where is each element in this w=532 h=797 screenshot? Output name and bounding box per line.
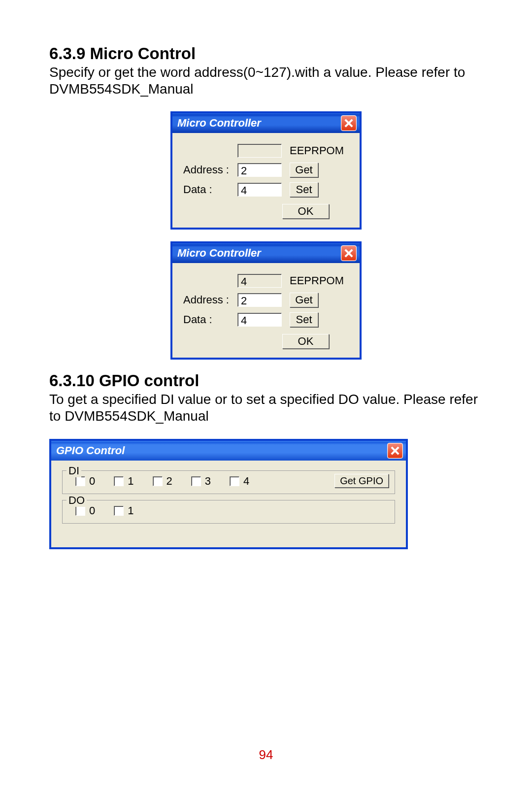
checkbox-icon[interactable] bbox=[114, 506, 124, 516]
do-checkbox-1: 1 bbox=[114, 504, 133, 517]
page-number: 94 bbox=[0, 747, 532, 763]
dialog-body: DI 0 1 2 3 4 Get GPIO DO 0 1 bbox=[51, 461, 406, 547]
di-checkbox-4: 4 bbox=[230, 475, 249, 488]
data-label: Data : bbox=[183, 183, 237, 196]
close-icon bbox=[391, 446, 399, 455]
set-button[interactable]: Set bbox=[290, 312, 318, 327]
do-checkboxes: 0 1 bbox=[68, 504, 389, 517]
section-heading-639: 6.3.9 Micro Control bbox=[49, 44, 483, 63]
di-legend: DI bbox=[66, 465, 81, 477]
dialog-holder: GPIO Control DI 0 1 2 3 4 Get GPIO bbox=[49, 439, 483, 549]
di-checkboxes: 0 1 2 3 4 Get GPIO bbox=[68, 475, 389, 488]
do-legend: DO bbox=[66, 494, 87, 507]
section-paragraph-6310: To get a specified DI value or to set a … bbox=[49, 391, 483, 425]
close-button[interactable] bbox=[341, 115, 357, 131]
checkbox-label: 0 bbox=[89, 504, 95, 517]
checkbox-icon[interactable] bbox=[230, 476, 239, 486]
checkbox-icon[interactable] bbox=[153, 476, 163, 486]
eeprom-label: EEPRPOM bbox=[290, 144, 344, 157]
data-label: Data : bbox=[183, 313, 237, 326]
di-checkbox-2: 2 bbox=[153, 475, 172, 488]
checkbox-icon[interactable] bbox=[75, 476, 85, 486]
checkbox-icon[interactable] bbox=[114, 476, 124, 486]
window-title: Micro Controller bbox=[177, 117, 261, 130]
checkbox-label: 1 bbox=[128, 475, 133, 488]
get-button[interactable]: Get bbox=[290, 163, 318, 177]
close-button[interactable] bbox=[387, 443, 403, 459]
micro-controller-dialog-1: Micro Controller EEPRPOM Address : 2 Get bbox=[170, 111, 362, 230]
section-heading-6310: 6.3.10 GPIO control bbox=[49, 371, 483, 390]
section-paragraph-639: Specify or get the word address(0~127).w… bbox=[49, 64, 483, 98]
get-gpio-button[interactable]: Get GPIO bbox=[334, 474, 389, 488]
close-icon bbox=[344, 119, 353, 128]
close-button[interactable] bbox=[341, 245, 357, 261]
address-label: Address : bbox=[183, 164, 237, 176]
di-checkbox-1: 1 bbox=[114, 475, 133, 488]
window-title: Micro Controller bbox=[177, 247, 261, 260]
result-output bbox=[237, 144, 282, 158]
ok-button[interactable]: OK bbox=[282, 204, 329, 219]
dialog-body: EEPRPOM Address : 2 Get Data : 4 Set OK bbox=[172, 133, 360, 228]
address-input[interactable]: 2 bbox=[237, 163, 282, 177]
checkbox-icon[interactable] bbox=[191, 476, 201, 486]
do-fieldset: DO 0 1 bbox=[62, 500, 395, 524]
data-input[interactable]: 4 bbox=[237, 313, 282, 327]
checkbox-label: 0 bbox=[89, 475, 95, 488]
checkbox-label: 3 bbox=[205, 475, 211, 488]
checkbox-label: 1 bbox=[128, 504, 133, 517]
dialog-body: 4 EEPRPOM Address : 2 Get Data : 4 Set O… bbox=[172, 263, 360, 358]
dialog-holder: Micro Controller EEPRPOM Address : 2 Get bbox=[49, 111, 483, 230]
ok-button[interactable]: OK bbox=[282, 334, 329, 349]
data-input[interactable]: 4 bbox=[237, 183, 282, 197]
get-button[interactable]: Get bbox=[290, 293, 318, 307]
dialog-holder: Micro Controller 4 EEPRPOM Address : 2 G… bbox=[49, 241, 483, 360]
document-page: 6.3.9 Micro Control Specify or get the w… bbox=[0, 0, 532, 797]
micro-controller-dialog-2: Micro Controller 4 EEPRPOM Address : 2 G… bbox=[170, 241, 362, 360]
result-output: 4 bbox=[237, 274, 282, 288]
window-title: GPIO Control bbox=[56, 444, 125, 457]
di-checkbox-3: 3 bbox=[191, 475, 211, 488]
checkbox-icon[interactable] bbox=[75, 506, 85, 516]
close-icon bbox=[344, 249, 353, 258]
checkbox-label: 2 bbox=[166, 475, 172, 488]
titlebar: Micro Controller bbox=[172, 113, 360, 133]
titlebar: GPIO Control bbox=[51, 441, 406, 461]
eeprom-label: EEPRPOM bbox=[290, 274, 344, 287]
set-button[interactable]: Set bbox=[290, 182, 318, 197]
address-label: Address : bbox=[183, 294, 237, 306]
address-input[interactable]: 2 bbox=[237, 293, 282, 307]
checkbox-label: 4 bbox=[243, 475, 249, 488]
titlebar: Micro Controller bbox=[172, 243, 360, 263]
di-fieldset: DI 0 1 2 3 4 Get GPIO bbox=[62, 470, 395, 494]
gpio-control-dialog: GPIO Control DI 0 1 2 3 4 Get GPIO bbox=[49, 439, 408, 549]
